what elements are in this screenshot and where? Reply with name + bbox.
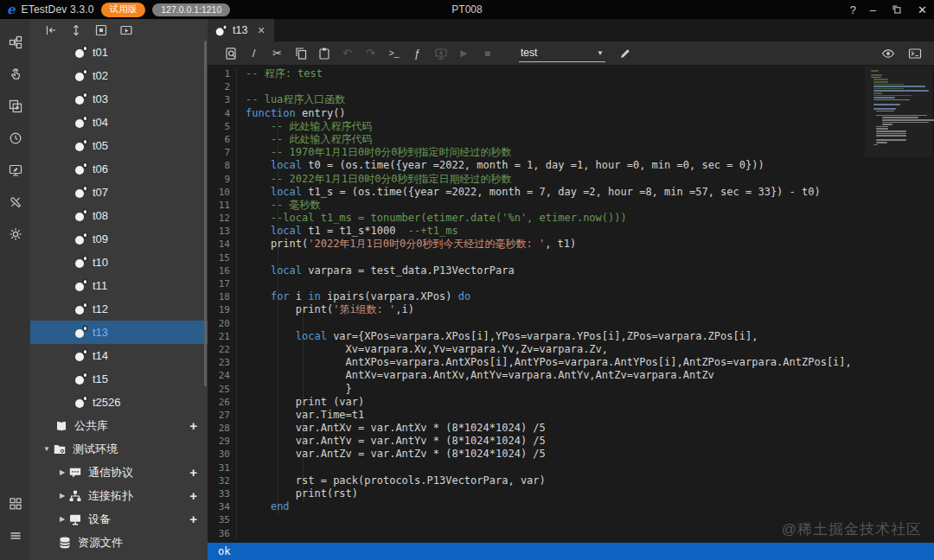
line-number: 13 [208, 225, 237, 238]
tree-item-t12[interactable]: t12 [30, 297, 208, 321]
collapse-panel-button[interactable] [44, 23, 58, 37]
tree-scrollbar[interactable] [204, 41, 207, 386]
code-line: 1-- 程序: test [208, 67, 934, 80]
line-number: 10 [208, 186, 237, 199]
code-token [246, 290, 271, 303]
eye-button[interactable] [877, 43, 899, 63]
tree-item-label: t02 [93, 69, 108, 82]
tree-item-label: t05 [93, 139, 108, 152]
chevron-right-icon[interactable]: ▶ [56, 468, 68, 476]
code-line: 3-- lua程序入口函数 [208, 93, 934, 106]
hierarchy-icon [9, 35, 22, 49]
function-button[interactable]: ƒ [406, 43, 428, 63]
run-target-dropdown[interactable]: test ▼ [519, 45, 605, 62]
tree-item-t13[interactable]: t13 [30, 321, 208, 344]
test-icon [75, 210, 86, 221]
tree-item-连接拓扑[interactable]: ▶连接拓扑+ [30, 484, 208, 507]
console-window-button[interactable] [904, 43, 925, 63]
tree-item-t15[interactable]: t15 [30, 367, 208, 391]
copy-icon [294, 47, 308, 60]
activity-settings-gear-button[interactable] [0, 218, 30, 250]
activity-touch-gesture-button[interactable] [0, 58, 30, 90]
copy-button[interactable] [290, 43, 311, 63]
activity-hierarchy-button[interactable] [0, 26, 30, 58]
tree-item-t10[interactable]: t10 [30, 251, 208, 274]
tree-item-设备[interactable]: ▶设备+ [30, 507, 208, 531]
code-token: ipairs(varpara.XPos) [321, 290, 458, 303]
test-icon [75, 233, 86, 245]
code-editor[interactable]: 1-- 程序: test23-- lua程序入口函数4function entr… [208, 65, 934, 543]
line-number: 33 [208, 487, 237, 500]
library-icon [54, 419, 68, 433]
add-item-button[interactable]: + [189, 465, 197, 480]
minimap[interactable] [865, 67, 932, 157]
tree-item-通信协议[interactable]: ▶通信协议+ [30, 461, 208, 484]
test-tree: t01t02t03t04t05t06t07t08t09t10t11t12t13t… [30, 41, 208, 560]
chevron-right-icon[interactable]: ▶ [56, 492, 68, 500]
line-number: 22 [208, 343, 237, 356]
code-token: entry() [296, 107, 346, 120]
minimap-line [876, 128, 888, 130]
test-icon [75, 140, 86, 151]
topology-icon [68, 489, 82, 503]
tree-item-t01[interactable]: t01 [30, 41, 208, 64]
comment-slash-button[interactable]: / [243, 43, 265, 63]
cut-button[interactable]: ✂ [266, 43, 288, 63]
edit-pencil-button[interactable] [614, 43, 636, 63]
tree-item-t2526[interactable]: t2526 [30, 391, 208, 414]
tree-item-公共库[interactable]: 公共库+ [30, 414, 208, 437]
preview-run-button[interactable] [119, 23, 133, 37]
tree-item-资源文件[interactable]: 资源文件 [30, 531, 208, 554]
minimap-line [873, 144, 878, 146]
undo-button: ↶ [336, 43, 358, 63]
activity-history-clock-button[interactable] [0, 122, 30, 154]
tree-item-t14[interactable]: t14 [30, 344, 208, 367]
tree-item-t04[interactable]: t04 [30, 111, 208, 134]
help-button[interactable]: ? [850, 4, 856, 16]
stop-button: ■ [477, 43, 498, 63]
code-line: 27 var.Time=t1 [208, 409, 934, 422]
minimize-button[interactable]: – [870, 4, 876, 16]
tree-item-t07[interactable]: t07 [30, 181, 208, 204]
run-target-value: test [519, 47, 597, 59]
tree-item-t11[interactable]: t11 [30, 274, 208, 297]
tree-item-t05[interactable]: t05 [30, 134, 208, 157]
tree-item-t03[interactable]: t03 [30, 87, 208, 111]
expand-all-button[interactable] [69, 23, 83, 37]
line-number: 14 [208, 238, 237, 251]
find-in-file-button[interactable] [220, 43, 241, 63]
line-number: 26 [208, 396, 237, 409]
terminal-prompt-button[interactable]: >_ [383, 43, 405, 63]
add-item-button[interactable]: + [189, 488, 197, 503]
tab-close-icon[interactable]: ✕ [257, 25, 265, 36]
tree-item-测试环境[interactable]: ▼测试环境 [30, 437, 208, 461]
activity-tools-wrench-button[interactable] [0, 186, 30, 218]
code-token: -- 毫秒数 [246, 199, 321, 212]
activity-media-stack-button[interactable] [0, 90, 30, 122]
code-token: function [246, 107, 296, 120]
add-item-button[interactable]: + [189, 512, 197, 526]
deploy-to-device-icon [434, 47, 448, 60]
tree-item-t09[interactable]: t09 [30, 227, 208, 251]
line-number: 29 [208, 435, 237, 448]
minimap-line [876, 130, 906, 132]
tree-item-t02[interactable]: t02 [30, 64, 208, 87]
add-item-button[interactable]: + [189, 418, 197, 433]
tab-t13[interactable]: t13 ✕ [208, 19, 274, 41]
code-token: '第i组数: ' [333, 303, 395, 316]
locate-node-button[interactable] [94, 23, 108, 37]
tools-wrench-icon [9, 195, 22, 209]
minimap-line [876, 111, 893, 112]
tree-item-t08[interactable]: t08 [30, 204, 208, 227]
tree-item-t06[interactable]: t06 [30, 157, 208, 181]
close-button[interactable]: ✕ [918, 4, 927, 16]
activity-dashboard-grid-button[interactable] [0, 487, 30, 519]
line-number: 2 [208, 80, 237, 93]
activity-menu-lines-button[interactable] [0, 519, 30, 551]
paste-button[interactable] [313, 43, 335, 63]
maximize-button[interactable] [890, 3, 904, 16]
line-number: 20 [208, 317, 237, 330]
chevron-right-icon[interactable]: ▶ [56, 515, 68, 523]
chevron-down-icon[interactable]: ▼ [41, 445, 53, 453]
activity-monitor-edit-button[interactable] [0, 154, 30, 186]
